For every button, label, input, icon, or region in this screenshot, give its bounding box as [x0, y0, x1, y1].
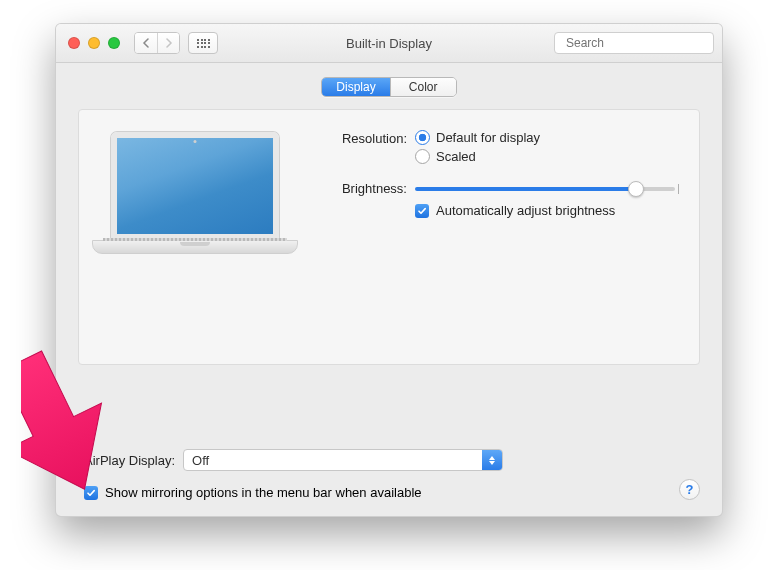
close-window-button[interactable] [68, 37, 80, 49]
brightness-slider[interactable] [415, 187, 675, 191]
resolution-label: Resolution: [327, 130, 415, 146]
help-button[interactable]: ? [679, 479, 700, 500]
grid-icon [197, 39, 209, 48]
brightness-row: Brightness: Automatically adjust brightn… [327, 180, 677, 218]
resolution-scaled-option[interactable]: Scaled [415, 149, 540, 164]
radio-checked-icon [415, 130, 430, 145]
checkbox-checked-icon [415, 204, 429, 218]
window-controls [68, 37, 120, 49]
mirroring-label: Show mirroring options in the menu bar w… [105, 485, 422, 500]
resolution-default-option[interactable]: Default for display [415, 130, 540, 145]
laptop-base-graphic [92, 240, 298, 254]
minimize-window-button[interactable] [88, 37, 100, 49]
slider-knob[interactable] [628, 181, 644, 197]
select-stepper-icon [482, 450, 502, 470]
tab-bar: Display Color [78, 77, 700, 97]
resolution-scaled-label: Scaled [436, 149, 476, 164]
back-button[interactable] [135, 33, 157, 53]
laptop-screen-graphic [111, 132, 279, 240]
display-panel: Resolution: Default for display Scaled [78, 109, 700, 365]
content-area: Display Color Resolution: Default for di… [56, 63, 722, 516]
auto-brightness-option[interactable]: Automatically adjust brightness [415, 203, 675, 218]
search-input[interactable] [566, 36, 716, 50]
resolution-row: Resolution: Default for display Scaled [327, 130, 677, 164]
checkbox-checked-icon [84, 486, 98, 500]
airplay-row: AirPlay Display: Off [84, 449, 700, 471]
search-field-wrap[interactable] [554, 32, 714, 54]
preferences-window: Built-in Display Display Color Resolutio… [55, 23, 723, 517]
help-glyph: ? [686, 482, 694, 497]
nav-back-forward [134, 32, 180, 54]
tab-display[interactable]: Display [322, 78, 389, 96]
mirroring-option[interactable]: Show mirroring options in the menu bar w… [84, 485, 700, 500]
show-all-button[interactable] [188, 32, 218, 54]
resolution-default-label: Default for display [436, 130, 540, 145]
resolution-radio-group: Default for display Scaled [415, 130, 540, 164]
checkmark-icon [417, 206, 427, 216]
forward-button[interactable] [157, 33, 179, 53]
display-options: Resolution: Default for display Scaled [327, 128, 677, 346]
airplay-label: AirPlay Display: [84, 453, 175, 468]
airplay-select[interactable]: Off [183, 449, 503, 471]
titlebar: Built-in Display [56, 24, 722, 63]
brightness-label: Brightness: [327, 180, 415, 196]
tab-color[interactable]: Color [390, 78, 456, 96]
checkmark-icon [86, 488, 96, 498]
bottom-area: AirPlay Display: Off Show mirroring opti… [78, 449, 700, 500]
zoom-window-button[interactable] [108, 37, 120, 49]
auto-brightness-label: Automatically adjust brightness [436, 203, 615, 218]
radio-unchecked-icon [415, 149, 430, 164]
chevron-right-icon [165, 38, 173, 48]
chevron-left-icon [142, 38, 150, 48]
monitor-preview [97, 128, 293, 346]
airplay-selected-value: Off [192, 453, 209, 468]
